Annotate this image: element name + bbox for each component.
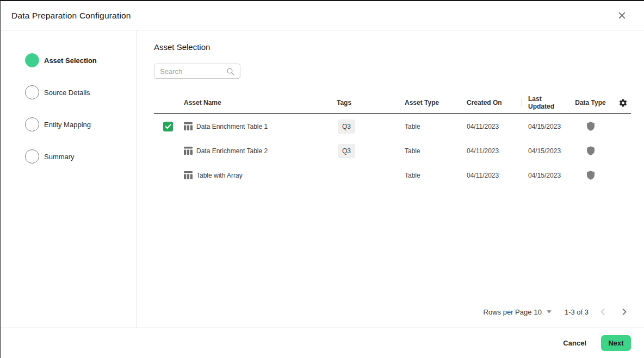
rows-per-page-value: 10 — [534, 308, 541, 316]
table-row[interactable]: Table with Array Table 04/11/2023 04/15/… — [154, 163, 631, 187]
step-indicator-icon — [25, 149, 39, 164]
table-asset-icon — [184, 171, 193, 179]
tag-chip: Q3 — [338, 120, 355, 134]
checkmark-icon — [165, 124, 171, 129]
asset-type: Table — [398, 147, 460, 155]
step-item-summary[interactable]: Summary — [25, 149, 136, 164]
close-button[interactable] — [617, 11, 627, 20]
column-header-asset-type: Asset Type — [398, 99, 460, 106]
assets-table: Asset Name Tags Asset Type Created On La… — [154, 92, 631, 187]
table-header: Asset Name Tags Asset Type Created On La… — [154, 92, 631, 114]
previous-page-button[interactable] — [596, 305, 609, 318]
shield-icon — [587, 122, 595, 131]
asset-name: Data Enrichment Table 1 — [196, 123, 268, 130]
asset-type: Table — [398, 123, 460, 130]
tag-chip: Q3 — [338, 144, 355, 158]
shield-icon — [587, 146, 595, 155]
modal-footer: Cancel Next — [1, 328, 644, 358]
chevron-left-icon — [600, 309, 605, 315]
column-header-tags: Tags — [330, 99, 398, 106]
created-on: 04/11/2023 — [460, 123, 521, 130]
section-heading: Asset Selection — [154, 42, 631, 52]
gear-icon — [618, 98, 628, 108]
rows-per-page-label: Rows per Page — [484, 308, 532, 316]
step-indicator-icon — [25, 53, 39, 67]
column-header-last-updated: Last Updated — [521, 95, 566, 110]
next-button[interactable]: Next — [601, 335, 631, 351]
modal-title: Data Preparation Configuration — [11, 11, 131, 21]
step-item-asset-selection[interactable]: Asset Selection — [25, 53, 136, 67]
column-settings-button[interactable] — [618, 98, 628, 108]
caret-down-icon — [547, 310, 552, 313]
modal-body: Asset Selection Source Details Entity Ma… — [1, 30, 644, 328]
asset-name: Table with Array — [196, 172, 243, 179]
next-page-button[interactable] — [618, 305, 631, 318]
data-preparation-modal: Data Preparation Configuration Asset Sel… — [0, 0, 644, 358]
rows-per-page-dropdown[interactable]: Rows per Page 10 — [484, 308, 552, 316]
pagination-bar: Rows per Page 10 1-3 of 3 — [154, 305, 631, 319]
created-on: 04/11/2023 — [460, 147, 521, 155]
steps-sidebar: Asset Selection Source Details Entity Ma… — [1, 30, 137, 328]
last-updated: 04/15/2023 — [521, 147, 566, 155]
asset-name: Data Enrichment Table 2 — [196, 147, 268, 155]
step-label: Asset Selection — [44, 56, 97, 65]
asset-type: Table — [398, 172, 460, 179]
created-on: 04/11/2023 — [460, 172, 521, 179]
chevron-right-icon — [622, 309, 627, 315]
step-indicator-icon — [25, 117, 39, 131]
close-icon — [617, 11, 627, 20]
step-label: Entity Mapping — [44, 121, 91, 129]
column-header-asset-name: Asset Name — [154, 99, 330, 106]
step-item-entity-mapping[interactable]: Entity Mapping — [25, 117, 136, 131]
table-row[interactable]: Data Enrichment Table 1 Q3 Table 04/11/2… — [154, 114, 631, 139]
main-content: Asset Selection Asset Name Tags Asset Ty… — [137, 30, 644, 328]
column-header-data-type: Data Type — [566, 99, 615, 106]
step-indicator-icon — [25, 85, 39, 99]
row-checkbox[interactable] — [163, 122, 173, 131]
page-range-label: 1-3 of 3 — [565, 308, 589, 316]
search-icon — [226, 67, 235, 78]
empty-area — [154, 187, 631, 305]
table-asset-icon — [184, 147, 193, 155]
last-updated: 04/15/2023 — [521, 123, 566, 130]
step-item-source-details[interactable]: Source Details — [25, 85, 136, 99]
step-label: Summary — [44, 153, 75, 161]
modal-header: Data Preparation Configuration — [1, 1, 644, 30]
shield-icon — [587, 171, 595, 180]
step-label: Source Details — [44, 89, 90, 97]
steps-list: Asset Selection Source Details Entity Ma… — [1, 53, 136, 164]
table-asset-icon — [184, 122, 193, 130]
cancel-button[interactable]: Cancel — [563, 339, 586, 347]
table-row[interactable]: Data Enrichment Table 2 Q3 Table 04/11/2… — [154, 139, 631, 163]
search-box — [154, 64, 240, 79]
table-body: Data Enrichment Table 1 Q3 Table 04/11/2… — [154, 114, 631, 187]
column-header-created-on: Created On — [460, 99, 521, 106]
last-updated: 04/15/2023 — [521, 172, 566, 179]
